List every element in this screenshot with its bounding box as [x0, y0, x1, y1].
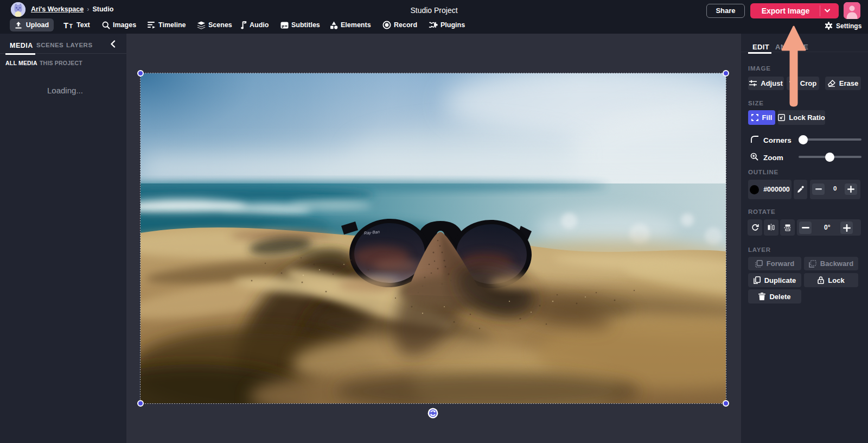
svg-text:T: T — [69, 23, 73, 29]
svg-text:T: T — [63, 21, 68, 29]
